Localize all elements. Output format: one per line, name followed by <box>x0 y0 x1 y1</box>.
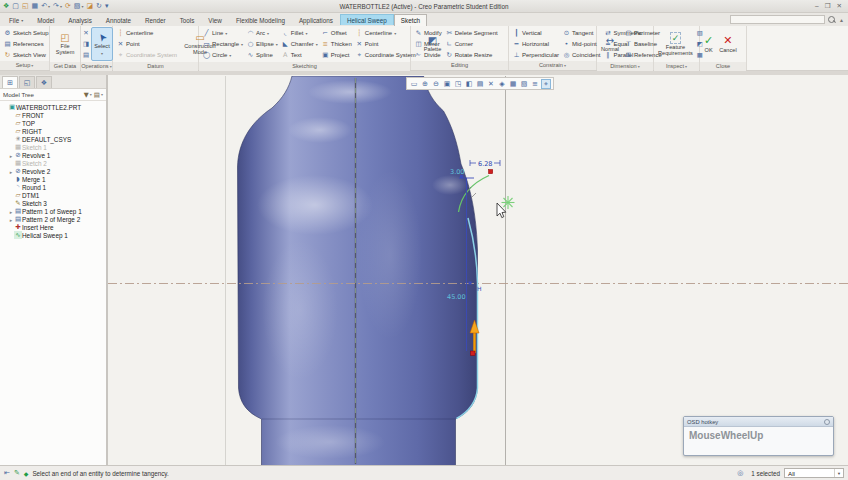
ribbon-button[interactable]: ↻ Sketch View <box>2 49 51 60</box>
chevron-down-icon[interactable]: ▾ <box>101 92 103 97</box>
shading-style-icon[interactable]: ◳ <box>453 79 463 89</box>
quick-access-button[interactable]: ↻ <box>96 2 102 11</box>
tree-item[interactable]: ▱ FRONT <box>2 111 106 119</box>
ribbon-button[interactable]: ✕ Point <box>354 39 418 50</box>
ribbon-tab[interactable]: Render <box>138 14 173 25</box>
tree-item[interactable]: ◝ Round 1 <box>2 183 106 191</box>
dropdown-arrow-icon[interactable]: ▾ <box>60 2 62 11</box>
zoom-in-icon[interactable]: ⊕ <box>420 79 430 89</box>
group-label-constrain[interactable]: Constrain <box>509 61 596 70</box>
ribbon-tab[interactable]: Model <box>30 14 61 25</box>
saved-orientations-icon[interactable]: ▤ <box>475 79 485 89</box>
quick-access-button[interactable]: ⟳ <box>65 2 71 11</box>
ribbon-button[interactable]: ┆ Centerline ▾ <box>354 28 418 39</box>
ribbon-button[interactable]: ▣ Project <box>320 50 354 61</box>
cut-icon[interactable]: ✕ <box>83 29 88 37</box>
zoom-out-icon[interactable]: ⊖ <box>431 79 441 89</box>
chevron-down-icon[interactable]: ▼ <box>834 469 843 477</box>
ribbon-button[interactable]: ▤ References <box>2 38 51 49</box>
show-items-icon[interactable]: ≡ <box>530 79 540 89</box>
ribbon-tab[interactable]: Sketch <box>394 14 427 26</box>
ribbon-button[interactable]: ⌐ Offset <box>320 28 354 39</box>
tree-settings-icon[interactable]: ▤ <box>94 91 100 99</box>
ribbon-button[interactable]: ⊥ Perpendicular <box>511 49 561 60</box>
ribbon-button[interactable]: ╱ Line ▾ <box>201 28 245 39</box>
quick-access-button[interactable]: ◪ <box>86 2 93 11</box>
model-tree-tab-icon[interactable]: ⊞ <box>2 76 18 88</box>
quick-access-button[interactable]: ↷ ▾ <box>53 2 62 11</box>
ribbon-button[interactable]: ┆ Centerline <box>115 28 179 39</box>
close-icon[interactable]: ✕ <box>837 2 842 10</box>
ribbon-button[interactable]: ↻ Rotate Resize <box>444 49 500 60</box>
tree-item[interactable]: ▦ Sketch 1 <box>2 143 106 151</box>
folder-browser-tab-icon[interactable]: ◱ <box>19 76 35 88</box>
group-label-operations[interactable]: Operations <box>81 62 112 71</box>
favorites-tab-icon[interactable]: ❖ <box>36 76 52 88</box>
group-label-dimension[interactable]: Dimension <box>597 62 653 71</box>
search-icon[interactable] <box>828 16 836 24</box>
ribbon-button[interactable]: ✄ Delete Segment <box>444 27 500 38</box>
selection-filter-dropdown[interactable]: All ▼ <box>784 468 844 478</box>
pitch-dimension-value[interactable]: 6.28 <box>478 160 492 168</box>
quick-access-button[interactable]: ↶ ▾ <box>41 2 50 11</box>
height-dimension-value[interactable]: 45.00 <box>447 293 466 301</box>
tree-item[interactable]: ⊘ Revolve 2 <box>2 167 106 175</box>
ribbon-button[interactable]: ◣ Chamfer ▾ <box>280 39 320 50</box>
ribbon-button[interactable]: ▭ Rectangle ▾ <box>201 39 245 50</box>
minimize-icon[interactable]: – <box>815 2 819 10</box>
refit-icon[interactable]: ▭ <box>409 79 419 89</box>
tree-item[interactable]: ✚ Insert Here <box>2 223 106 231</box>
view-manager-icon[interactable]: ✕ <box>486 79 496 89</box>
ribbon-button[interactable]: ◟ Fillet ▾ <box>280 28 320 39</box>
ribbon-button[interactable]: ◫ Mirror <box>413 38 444 49</box>
graphics-canvas[interactable]: 6.28 3.00 45.00 H <box>108 76 848 465</box>
quick-access-button[interactable]: ▢ <box>12 2 19 11</box>
quick-access-button[interactable]: ❖ <box>3 2 9 11</box>
arc-end-vertex[interactable] <box>489 170 493 174</box>
ribbon-tab[interactable]: Flexible Modeling <box>229 14 292 25</box>
find-icon[interactable]: ◎ <box>737 469 743 477</box>
expand-arrow-icon[interactable] <box>10 208 13 215</box>
tree-item[interactable]: ▤ Pattern 1 of Sweep 1 <box>2 207 106 215</box>
quick-access-button[interactable]: ▾ <box>105 2 109 11</box>
tree-item[interactable]: ▱ RIGHT <box>2 127 106 135</box>
group-label-inspect[interactable]: Inspect <box>654 62 699 71</box>
chevron-down-icon[interactable]: ▾ <box>241 42 243 47</box>
ribbon-tab[interactable]: View <box>201 14 229 25</box>
profile-start-vertex[interactable] <box>471 351 476 356</box>
normal-dimension-button[interactable]: ↔ Normal <box>599 27 621 61</box>
repaint-icon[interactable]: ▣ <box>442 79 452 89</box>
select-button[interactable]: ➤ Select ▾ <box>91 27 113 61</box>
ribbon-tab[interactable]: Helical Sweep <box>340 14 394 25</box>
tree-item[interactable]: ∿ Helical Sweep 1 <box>2 231 106 239</box>
ribbon-button[interactable]: ✁ Divide <box>413 49 444 60</box>
chevron-down-icon[interactable]: ▾ <box>394 31 396 36</box>
chevron-down-icon[interactable]: ▾ <box>90 92 92 97</box>
ribbon-tab[interactable]: Analysis <box>61 14 98 25</box>
ribbon-tab[interactable]: Tools <box>173 14 202 25</box>
tree-item[interactable]: ▦ Sketch 2 <box>2 159 106 167</box>
osd-close-icon[interactable] <box>824 419 830 425</box>
dropdown-arrow-icon[interactable]: ▾ <box>48 2 50 11</box>
chevron-down-icon[interactable]: ▾ <box>225 31 227 36</box>
ribbon-button[interactable]: ◯ Circle ▾ <box>201 50 245 61</box>
ribbon-button[interactable]: ┃ Vertical <box>511 27 561 38</box>
weak-arc-dimension-value[interactable]: 3.00 <box>450 168 464 176</box>
collapse-ribbon-icon[interactable]: ▲ <box>839 17 844 23</box>
expand-arrow-icon[interactable] <box>10 168 13 175</box>
quick-access-button[interactable]: ▧ ▾ <box>74 2 84 11</box>
ribbon-button[interactable]: ━ Horizontal <box>511 38 561 49</box>
select-ready-icon[interactable]: ⇤ <box>4 469 10 477</box>
display-style-icon[interactable]: ◧ <box>464 79 474 89</box>
tree-item[interactable]: ✳ DEFAULT_CSYS <box>2 135 106 143</box>
ribbon-tab[interactable]: Annotate <box>99 14 138 25</box>
chevron-down-icon[interactable]: ▾ <box>229 53 231 58</box>
copy-icon[interactable]: ◨ <box>83 40 89 48</box>
ribbon-button[interactable]: ∿ Spline <box>245 50 280 61</box>
quick-access-button[interactable]: ▦ <box>32 2 39 11</box>
expand-arrow-icon[interactable] <box>10 152 13 159</box>
ribbon-button[interactable]: ○ Ellipse ▾ <box>245 39 280 50</box>
restore-icon[interactable]: ❐ <box>825 2 831 10</box>
paste-icon[interactable]: ▤ <box>83 51 89 59</box>
chevron-down-icon[interactable]: ▾ <box>276 42 278 47</box>
